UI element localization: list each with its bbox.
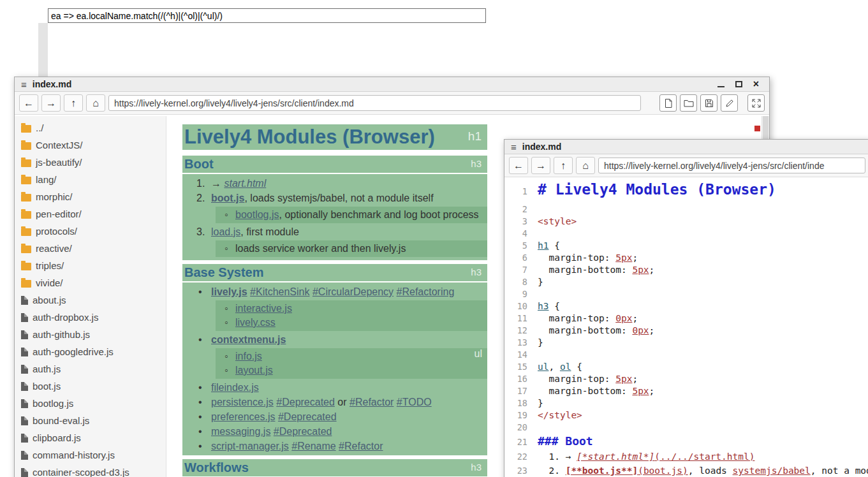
doc-link[interactable]: load.js [211, 226, 240, 237]
code-line[interactable]: 13} [504, 337, 868, 349]
close-button[interactable]: × [753, 79, 759, 89]
file-name: js-beautify/ [36, 157, 82, 168]
right-url-input[interactable] [598, 158, 865, 173]
window-menu-icon[interactable]: ≡ [21, 79, 27, 90]
code-line[interactable]: 6 margin-top: 5px; [504, 253, 868, 265]
file-item-folder[interactable]: reactive/ [15, 240, 166, 257]
code-editor[interactable]: 1# Lively4 Modules (Browser)2 3<style>4 … [504, 179, 868, 477]
minimize-button[interactable] [717, 82, 725, 87]
doc-link[interactable]: fileindex.js [211, 382, 259, 393]
file-item-folder[interactable]: ContextJS/ [15, 136, 166, 154]
file-item-file[interactable]: bound-eval.js [15, 412, 166, 429]
home-button[interactable]: ⌂ [86, 94, 105, 112]
doc-link[interactable]: #KitchenSink [250, 286, 309, 297]
file-item-folder[interactable]: vivide/ [15, 274, 166, 291]
code-line[interactable]: 9 [504, 289, 868, 301]
code-line[interactable]: 5h1 { [504, 240, 868, 253]
maximize-button[interactable] [735, 81, 742, 87]
doc-link[interactable]: contextmenu.js [211, 334, 286, 345]
file-name: ContextJS/ [36, 140, 82, 150]
file-item-folder[interactable]: ../ [15, 119, 166, 136]
code-line[interactable]: 2 [504, 204, 868, 216]
left-titlebar[interactable]: ≡ index.md × [15, 77, 769, 92]
doc-link[interactable]: lively.js [211, 286, 247, 297]
file-item-folder[interactable]: lang/ [15, 171, 166, 188]
doc-link[interactable]: #Deprecated [274, 426, 332, 437]
up-button[interactable]: ↑ [554, 157, 573, 174]
code-line[interactable]: 18} [504, 398, 868, 410]
code-text [538, 228, 543, 238]
code-line[interactable]: 7 margin-bottom: 5px; [504, 265, 868, 277]
doc-link[interactable]: script-manager.js [211, 441, 289, 451]
code-line[interactable]: 20 [504, 422, 868, 434]
new-file-button[interactable] [659, 94, 677, 112]
doc-link[interactable]: messaging.js [211, 426, 270, 437]
code-line[interactable]: 11 margin-top: 0px; [504, 313, 868, 325]
edit-button[interactable] [721, 94, 738, 112]
file-item-file[interactable]: auth.js [15, 360, 166, 378]
doc-link[interactable]: #CircularDepency [313, 286, 394, 297]
file-item-file[interactable]: command-history.js [15, 446, 166, 464]
doc-link[interactable]: #Refactoring [397, 286, 455, 297]
doc-link[interactable]: start.html [224, 178, 266, 189]
expand-button[interactable] [747, 94, 765, 112]
doc-link[interactable]: #Rename [291, 441, 335, 451]
up-button[interactable]: ↑ [64, 94, 83, 112]
back-button[interactable]: ← [19, 94, 38, 112]
doc-link[interactable]: persistence.js [211, 397, 274, 407]
code-line[interactable]: 16 margin-top: 5px; [504, 374, 868, 386]
file-item-file[interactable]: about.js [15, 291, 166, 309]
code-line[interactable]: 15ul, ol { [504, 362, 868, 374]
file-item-file[interactable]: auth-dropbox.js [15, 309, 166, 326]
window-menu-icon[interactable]: ≡ [511, 142, 517, 152]
doc-link[interactable]: info.js [235, 351, 262, 362]
code-line[interactable]: 19</style> [504, 410, 868, 422]
left-url-input[interactable] [108, 95, 641, 111]
doc-link[interactable]: #Refactor [339, 441, 383, 451]
forward-button[interactable]: → [41, 94, 61, 112]
doc-link[interactable]: interactive.js [235, 303, 292, 314]
forward-button[interactable]: → [531, 157, 550, 174]
code-line[interactable]: 1# Lively4 Modules (Browser) [504, 181, 868, 204]
home-button[interactable]: ⌂ [576, 157, 595, 174]
doc-link[interactable]: #Refactor [349, 397, 394, 407]
doc-link[interactable]: preferences.js [211, 411, 276, 422]
file-item-folder[interactable]: js-beautify/ [15, 154, 166, 171]
doc-link[interactable]: boot.js [211, 193, 244, 203]
line-number: 23 [504, 466, 538, 476]
file-item-file[interactable]: clipboard.js [15, 429, 166, 446]
code-line[interactable]: 8} [504, 277, 868, 289]
file-item-file[interactable]: container-scoped-d3.js [15, 464, 166, 477]
file-item-folder[interactable]: triples/ [15, 257, 166, 274]
code-line[interactable]: 4 [504, 228, 868, 240]
back-button[interactable]: ← [509, 157, 528, 174]
doc-link[interactable]: #Deprecated [276, 397, 335, 407]
doc-link[interactable]: #TODO [397, 397, 432, 407]
code-line[interactable]: 17 margin-bottom: 5px; [504, 386, 868, 398]
doc-link[interactable]: layout.js [235, 365, 273, 376]
file-item-folder[interactable]: morphic/ [15, 188, 166, 205]
file-item-folder[interactable]: protocols/ [15, 223, 166, 240]
element-filter-input[interactable] [48, 8, 486, 23]
file-item-file[interactable]: bootlog.js [15, 395, 166, 412]
code-line[interactable]: 3<style> [504, 216, 868, 228]
file-item-file[interactable]: boot.js [15, 378, 166, 395]
code-line[interactable]: 23 2. [**boot.js**](boot.js), loads syst… [504, 466, 868, 477]
code-line[interactable]: 10h3 { [504, 301, 868, 313]
doc-link[interactable]: bootlog.js [235, 209, 279, 220]
doc-link[interactable]: lively.css [235, 317, 276, 328]
right-titlebar[interactable]: ≡ index.md [504, 140, 868, 154]
file-icon [21, 451, 28, 460]
file-item-file[interactable]: auth-googledrive.js [15, 343, 166, 360]
file-item-folder[interactable]: pen-editor/ [15, 205, 166, 223]
code-line[interactable]: 12 margin-bottom: 0px; [504, 325, 868, 337]
list-marker: ◦ [224, 208, 228, 222]
save-button[interactable] [700, 94, 717, 112]
file-name: about.js [33, 295, 66, 305]
browse-folder-button[interactable] [680, 94, 697, 112]
code-line[interactable]: 14 [504, 349, 868, 362]
doc-link[interactable]: #Deprecated [278, 411, 337, 422]
code-line[interactable]: 21### Boot [504, 434, 868, 451]
file-item-file[interactable]: auth-github.js [15, 326, 166, 343]
code-line[interactable]: 22 1. → [*start.html*](../../start.html) [504, 451, 868, 466]
